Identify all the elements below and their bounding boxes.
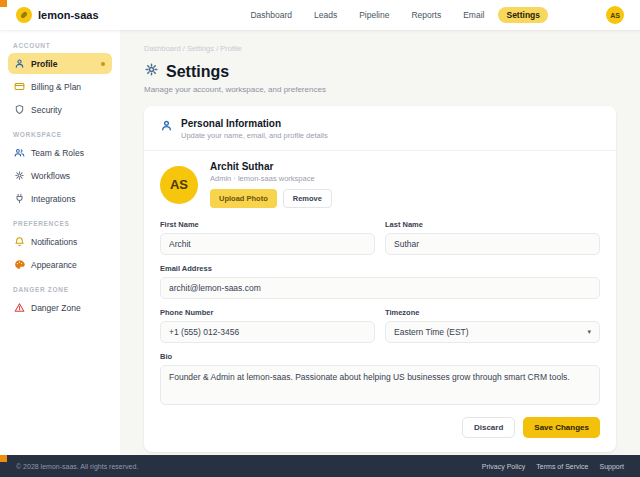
sidebar-item-label: Appearance bbox=[31, 260, 77, 270]
phone-input[interactable] bbox=[160, 321, 375, 343]
shield-icon bbox=[14, 104, 25, 115]
card-title: Personal Information bbox=[181, 118, 328, 129]
sidebar-item-team-roles[interactable]: Team & Roles bbox=[8, 142, 112, 163]
page-title: Settings bbox=[166, 63, 229, 81]
sidebar-section-preferences: PREFERENCES bbox=[13, 220, 107, 227]
bell-icon bbox=[14, 236, 25, 247]
last-name-input[interactable] bbox=[385, 233, 600, 255]
first-name-label: First Name bbox=[160, 220, 375, 229]
profile-role: Admin · lemon-saas workspace bbox=[210, 174, 332, 183]
corner-marker-bottom bbox=[0, 455, 7, 462]
sidebar-item-label: Profile bbox=[31, 59, 57, 69]
lemon-icon bbox=[16, 7, 32, 23]
bio-textarea[interactable]: Founder & Admin at lemon-saas. Passionat… bbox=[160, 365, 600, 405]
user-icon bbox=[14, 58, 25, 69]
sidebar-item-danger-zone[interactable]: Danger Zone bbox=[8, 297, 112, 318]
sidebar-item-security[interactable]: Security bbox=[8, 99, 112, 120]
bio-field-group: Bio Founder & Admin at lemon-saas. Passi… bbox=[160, 352, 600, 405]
profile-buttons: Upload Photo Remove bbox=[210, 189, 332, 208]
topbar: lemon-saas Dashboard Leads Pipeline Repo… bbox=[0, 0, 640, 30]
sidebar-item-label: Workflows bbox=[31, 171, 70, 181]
sidebar-item-workflows[interactable]: Workflows bbox=[8, 165, 112, 186]
profile-name: Archit Suthar bbox=[210, 161, 332, 172]
upload-photo-button[interactable]: Upload Photo bbox=[210, 189, 277, 208]
last-name-field-group: Last Name bbox=[385, 220, 600, 255]
active-dot bbox=[101, 62, 105, 66]
plug-icon bbox=[14, 193, 25, 204]
user-avatar[interactable]: AS bbox=[606, 6, 624, 24]
first-name-field-group: First Name bbox=[160, 220, 375, 255]
divider bbox=[144, 150, 616, 151]
phone-field-group: Phone Number bbox=[160, 308, 375, 343]
timezone-select[interactable]: Eastern Time (EST) ▾ bbox=[385, 321, 600, 343]
sidebar-item-label: Notifications bbox=[31, 237, 77, 247]
card-actions: Discard Save Changes bbox=[160, 417, 600, 438]
sidebar-item-label: Danger Zone bbox=[31, 303, 81, 313]
personal-information-card: Personal Information Update your name, e… bbox=[144, 106, 616, 452]
save-changes-button[interactable]: Save Changes bbox=[523, 417, 600, 438]
timezone-value: Eastern Time (EST) bbox=[394, 327, 469, 337]
gear-icon bbox=[14, 170, 25, 181]
page-footer: © 2028 lemon-saas. All rights reserved. … bbox=[0, 455, 640, 477]
page-title-row: Settings bbox=[144, 62, 616, 81]
page-body: ACCOUNT Profile Billing & Plan Security bbox=[0, 30, 640, 455]
main-nav: Dashboard Leads Pipeline Reports Email S… bbox=[242, 7, 548, 23]
page-subtitle: Manage your account, workspace, and pref… bbox=[144, 85, 616, 94]
nav-pipeline[interactable]: Pipeline bbox=[351, 7, 397, 23]
footer-link-support[interactable]: Support bbox=[599, 463, 624, 470]
nav-email[interactable]: Email bbox=[455, 7, 492, 23]
sidebar-item-label: Security bbox=[31, 105, 62, 115]
app-root: lemon-saas Dashboard Leads Pipeline Repo… bbox=[0, 0, 640, 477]
footer-links: Privacy Policy Terms of Service Support bbox=[482, 463, 624, 470]
nav-settings[interactable]: Settings bbox=[498, 7, 548, 23]
credit-card-icon bbox=[14, 81, 25, 92]
sidebar-section-account: ACCOUNT bbox=[13, 42, 107, 49]
nav-dashboard[interactable]: Dashboard bbox=[242, 7, 300, 23]
profile-summary: AS Archit Suthar Admin · lemon-saas work… bbox=[160, 161, 600, 208]
email-label: Email Address bbox=[160, 264, 600, 273]
user-icon bbox=[160, 118, 173, 140]
sidebar-item-appearance[interactable]: Appearance bbox=[8, 254, 112, 275]
brand[interactable]: lemon-saas bbox=[16, 7, 99, 23]
sidebar: ACCOUNT Profile Billing & Plan Security bbox=[0, 30, 120, 455]
copyright-text: © 2028 lemon-saas. All rights reserved. bbox=[16, 463, 138, 470]
sidebar-item-label: Billing & Plan bbox=[31, 82, 81, 92]
sidebar-item-integrations[interactable]: Integrations bbox=[8, 188, 112, 209]
breadcrumb: Dashboard / Settings / Profile bbox=[144, 44, 616, 53]
footer-link-terms[interactable]: Terms of Service bbox=[536, 463, 588, 470]
sidebar-item-label: Integrations bbox=[31, 194, 75, 204]
main-content: Dashboard / Settings / Profile Settings … bbox=[120, 30, 640, 455]
chevron-down-icon: ▾ bbox=[587, 328, 591, 336]
nav-leads[interactable]: Leads bbox=[306, 7, 345, 23]
corner-marker-top bbox=[0, 0, 7, 7]
profile-avatar: AS bbox=[160, 166, 198, 204]
card-subtitle: Update your name, email, and profile det… bbox=[181, 131, 328, 140]
sidebar-section-danger: DANGER ZONE bbox=[13, 286, 107, 293]
footer-link-privacy[interactable]: Privacy Policy bbox=[482, 463, 526, 470]
palette-icon bbox=[14, 259, 25, 270]
card-header: Personal Information Update your name, e… bbox=[160, 118, 600, 140]
phone-label: Phone Number bbox=[160, 308, 375, 317]
discard-button[interactable]: Discard bbox=[462, 417, 515, 438]
warning-icon bbox=[14, 302, 25, 313]
brand-name: lemon-saas bbox=[38, 9, 99, 21]
sidebar-section-workspace: WORKSPACE bbox=[13, 131, 107, 138]
nav-reports[interactable]: Reports bbox=[403, 7, 449, 23]
sidebar-item-billing[interactable]: Billing & Plan bbox=[8, 76, 112, 97]
last-name-label: Last Name bbox=[385, 220, 600, 229]
sidebar-item-profile[interactable]: Profile bbox=[8, 53, 112, 74]
timezone-label: Timezone bbox=[385, 308, 600, 317]
profile-form: First Name Last Name Email Address Phone… bbox=[160, 220, 600, 405]
sidebar-item-label: Team & Roles bbox=[31, 148, 84, 158]
bio-label: Bio bbox=[160, 352, 600, 361]
remove-photo-button[interactable]: Remove bbox=[283, 189, 332, 208]
gear-icon bbox=[144, 62, 159, 81]
email-field-group: Email Address bbox=[160, 264, 600, 299]
email-field[interactable] bbox=[160, 277, 600, 299]
timezone-field-group: Timezone Eastern Time (EST) ▾ bbox=[385, 308, 600, 343]
people-icon bbox=[14, 147, 25, 158]
first-name-input[interactable] bbox=[160, 233, 375, 255]
sidebar-item-notifications[interactable]: Notifications bbox=[8, 231, 112, 252]
